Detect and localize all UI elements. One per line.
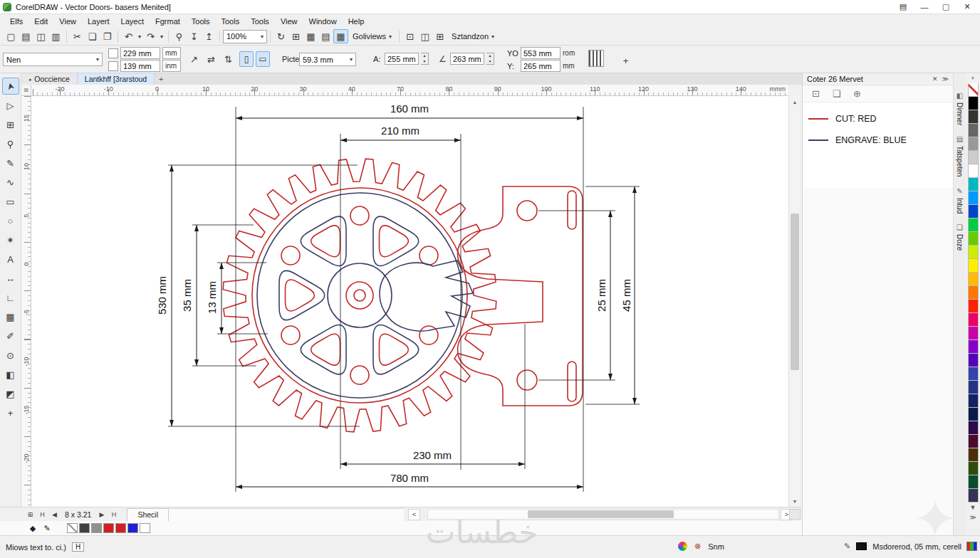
horizontal-scrollbar[interactable] bbox=[427, 509, 779, 520]
redo-dropdown-icon[interactable]: ▾ bbox=[158, 29, 165, 43]
palette-swatch-10[interactable] bbox=[968, 219, 979, 232]
preset-combo[interactable]: Nen ▾ bbox=[3, 53, 103, 66]
color-well-2[interactable] bbox=[91, 523, 102, 533]
standard-dropdown[interactable]: Sztandzon ▾ bbox=[447, 29, 499, 43]
import-icon[interactable]: ↧ bbox=[187, 29, 202, 43]
palette-scroll-down-icon[interactable]: ▼ bbox=[967, 502, 979, 512]
palette-swatch-14[interactable] bbox=[968, 273, 979, 286]
color-well-4[interactable] bbox=[115, 523, 126, 533]
x-position-field[interactable] bbox=[120, 47, 160, 59]
landscape-toggle[interactable]: ▭ bbox=[256, 51, 270, 67]
palette-swatch-0[interactable] bbox=[968, 83, 979, 97]
add-page-tab-button[interactable]: + bbox=[155, 73, 167, 85]
vertical-scrollbar[interactable]: ▲ ▼ bbox=[788, 96, 800, 507]
pick-tool[interactable]: ➤ bbox=[2, 78, 19, 95]
nudge-icon[interactable]: ↗ bbox=[187, 52, 202, 66]
ellipse-tool[interactable]: ○ bbox=[2, 212, 19, 229]
document-tab-1[interactable]: Lantkhff [3rarstoud bbox=[78, 73, 155, 85]
scroll-down-icon[interactable]: ▼ bbox=[789, 495, 801, 507]
globe-icon[interactable]: ⊕ bbox=[850, 87, 865, 101]
menu-item-11-help[interactable]: Help bbox=[343, 16, 370, 27]
horizontal-ruler[interactable]: mmm -20-10010203040708090100110120130140 bbox=[31, 85, 788, 96]
page-tab-shecil[interactable]: Shecil bbox=[127, 508, 169, 521]
palette-expand-icon[interactable]: ≫ bbox=[967, 512, 979, 522]
portrait-toggle[interactable]: ▯ bbox=[239, 51, 254, 67]
horizontal-scrollbar-thumb[interactable] bbox=[528, 510, 674, 518]
palette-swatch-7[interactable] bbox=[968, 178, 979, 191]
eyedropper-tool[interactable]: ✐ bbox=[2, 327, 19, 344]
next-page-icon[interactable]: ▶ bbox=[95, 509, 108, 520]
scrollbar-corner[interactable] bbox=[789, 509, 801, 520]
docker-side-tab-1[interactable]: ▤Tatspeten bbox=[956, 135, 964, 177]
palette-swatch-23[interactable] bbox=[968, 394, 979, 408]
palette-swatch-26[interactable] bbox=[968, 435, 979, 448]
menu-item-5-fgrmat[interactable]: Fgrmat bbox=[150, 16, 186, 27]
rulers-toggle-icon[interactable]: ▤ bbox=[318, 29, 333, 43]
search-icon[interactable]: ⚲ bbox=[172, 29, 187, 43]
palette-swatch-20[interactable] bbox=[968, 354, 979, 367]
last-page-icon[interactable]: H bbox=[108, 509, 120, 520]
drawing-canvas[interactable]: 160 mm210 mm230 mm780 mm530 mm35 mm13 mm… bbox=[31, 96, 788, 507]
color-well-6[interactable] bbox=[140, 523, 150, 533]
redo-icon[interactable]: ↷ bbox=[143, 29, 158, 43]
color-well-3[interactable] bbox=[103, 523, 114, 533]
maximize-button[interactable]: ▢ bbox=[936, 1, 956, 14]
paste-icon[interactable]: ❐ bbox=[100, 29, 115, 43]
page-border-icon[interactable]: ⊡ bbox=[402, 29, 417, 43]
views-dropdown[interactable]: Goliviews ▾ bbox=[348, 29, 396, 43]
color-well-0[interactable] bbox=[67, 523, 78, 533]
zoom-tool[interactable]: ⚲ bbox=[2, 135, 19, 152]
close-button[interactable]: ✕ bbox=[957, 1, 977, 14]
minimize-button[interactable]: — bbox=[914, 1, 934, 14]
palette-swatch-22[interactable] bbox=[968, 381, 979, 394]
color-well-1[interactable] bbox=[79, 523, 90, 533]
palette-swatch-13[interactable] bbox=[968, 259, 979, 273]
scroll-left-button[interactable]: < bbox=[408, 509, 420, 520]
palette-swatch-29[interactable] bbox=[968, 475, 979, 489]
text-tool[interactable]: A bbox=[2, 251, 19, 268]
legend-row-0[interactable]: CUT: RED bbox=[803, 108, 953, 130]
menu-item-9-view[interactable]: View bbox=[275, 16, 303, 27]
cut-icon[interactable]: ✂ bbox=[70, 29, 85, 43]
docker-collapse-icon[interactable]: ≫ bbox=[942, 75, 949, 83]
document-tab-0[interactable]: ●Ooccience bbox=[21, 73, 78, 85]
palette-swatch-6[interactable] bbox=[968, 164, 979, 178]
palette-swatch-18[interactable] bbox=[968, 327, 979, 340]
palette-swatch-21[interactable] bbox=[968, 367, 979, 381]
undo-icon[interactable]: ↶ bbox=[121, 29, 136, 43]
open-icon[interactable]: ▤ bbox=[19, 29, 33, 43]
palette-swatch-30[interactable] bbox=[968, 489, 979, 502]
bezier-tool[interactable]: ∿ bbox=[2, 174, 19, 191]
grid-icon[interactable]: ▦ bbox=[303, 29, 318, 43]
add-tool-button[interactable]: + bbox=[2, 404, 19, 421]
palette-swatch-16[interactable] bbox=[968, 300, 979, 313]
palette-swatch-1[interactable] bbox=[968, 97, 979, 110]
palette-swatch-2[interactable] bbox=[968, 110, 979, 124]
palette-swatch-15[interactable] bbox=[968, 286, 979, 300]
color-well-5[interactable] bbox=[127, 523, 138, 533]
menu-item-2-view[interactable]: View bbox=[53, 16, 82, 27]
save-icon[interactable]: ◫ bbox=[33, 29, 48, 43]
palette-add-icon[interactable]: + bbox=[967, 73, 979, 83]
menu-item-4-layect[interactable]: Layect bbox=[115, 16, 150, 27]
rectangle-tool[interactable]: ▭ bbox=[2, 193, 19, 210]
guidelines-toggle-icon[interactable]: ▦ bbox=[333, 29, 348, 43]
add-control-icon[interactable]: + bbox=[618, 53, 633, 68]
size-combo[interactable]: 59.3 mm ▾ bbox=[299, 53, 356, 66]
angle-spinner[interactable]: ▲▼ bbox=[486, 53, 494, 65]
palette-swatch-25[interactable] bbox=[968, 421, 979, 435]
legend-row-1[interactable]: ENGRAVE: BLUE bbox=[803, 130, 953, 151]
y0-field[interactable] bbox=[521, 47, 561, 59]
menu-item-8-tools[interactable]: Tools bbox=[245, 16, 275, 27]
export-icon[interactable]: ↥ bbox=[202, 29, 217, 43]
outline-pen-tool[interactable]: ⊙ bbox=[2, 347, 19, 364]
menu-item-1-edit[interactable]: Edit bbox=[28, 16, 53, 27]
select-frame-icon[interactable]: ⊡ bbox=[808, 87, 823, 101]
prev-page-icon[interactable]: ◀ bbox=[48, 509, 61, 520]
polygon-tool[interactable]: ✶ bbox=[2, 231, 19, 248]
docker-close-icon[interactable]: ✕ bbox=[932, 75, 938, 83]
docker-side-tab-0[interactable]: ◧Dimner bbox=[956, 92, 964, 125]
copy-icon[interactable]: ❏ bbox=[85, 29, 100, 43]
vertical-scrollbar-thumb[interactable] bbox=[791, 214, 799, 370]
menu-item-7-tools[interactable]: Tools bbox=[216, 16, 246, 27]
